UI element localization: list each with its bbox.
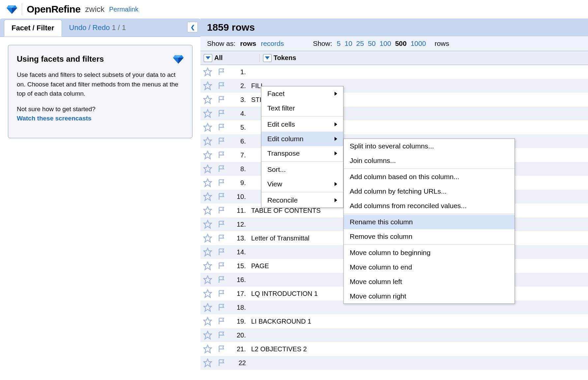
permalink-link[interactable]: Permalink — [109, 6, 138, 13]
flag-toggle[interactable] — [215, 109, 229, 118]
star-toggle[interactable] — [200, 344, 215, 354]
flag-toggle[interactable] — [215, 303, 229, 312]
show-label: Show: — [313, 40, 332, 48]
flag-toggle[interactable] — [215, 178, 229, 187]
edit-column-submenu: Split into several columns...Join column… — [343, 139, 515, 304]
star-toggle[interactable] — [200, 164, 215, 174]
star-toggle[interactable] — [200, 81, 215, 90]
star-toggle[interactable] — [200, 358, 215, 367]
svg-marker-23 — [204, 220, 211, 228]
divider — [22, 3, 22, 15]
chevron-right-icon — [335, 182, 337, 186]
page-size-50[interactable]: 50 — [368, 40, 375, 47]
star-toggle[interactable] — [200, 109, 215, 118]
flag-toggle[interactable] — [215, 164, 229, 174]
flag-toggle[interactable] — [215, 137, 229, 146]
menu-item[interactable]: Move column to end — [344, 260, 514, 274]
chevron-left-icon: ❮ — [191, 24, 195, 30]
menu-separator — [261, 161, 343, 162]
menu-item[interactable]: Text filter — [261, 101, 343, 115]
menu-item[interactable]: Add columns from reconciled values... — [344, 199, 514, 213]
menu-item[interactable]: Reconcile — [261, 193, 343, 207]
table-row: 22 — [200, 356, 588, 370]
menu-item[interactable]: View — [261, 177, 343, 191]
column-all-menu-button[interactable] — [204, 54, 212, 62]
star-toggle[interactable] — [200, 95, 215, 104]
menu-item[interactable]: Sort... — [261, 162, 343, 177]
page-size-500[interactable]: 500 — [395, 40, 407, 47]
star-toggle[interactable] — [200, 178, 215, 187]
star-toggle[interactable] — [200, 67, 215, 77]
star-toggle[interactable] — [200, 289, 215, 298]
flag-toggle[interactable] — [215, 275, 229, 284]
menu-item[interactable]: Transpose — [261, 146, 343, 161]
svg-marker-31 — [204, 331, 211, 339]
star-toggle[interactable] — [200, 123, 215, 132]
page-size-5[interactable]: 5 — [337, 40, 341, 47]
watch-screencasts-link[interactable]: Watch these screencasts — [17, 115, 91, 122]
star-toggle[interactable] — [200, 275, 215, 284]
flag-toggle[interactable] — [215, 123, 229, 132]
flag-toggle[interactable] — [215, 81, 229, 90]
star-toggle[interactable] — [200, 331, 215, 340]
flag-toggle[interactable] — [215, 95, 229, 104]
tab-facet-filter[interactable]: Facet / Filter — [4, 19, 62, 37]
row-number: 9. — [229, 179, 248, 187]
app-name: OpenRefine — [27, 4, 80, 15]
mode-records[interactable]: records — [261, 40, 284, 48]
menu-item[interactable]: Facet — [261, 86, 343, 101]
flag-toggle[interactable] — [215, 289, 229, 298]
flag-toggle[interactable] — [215, 344, 229, 354]
menu-item-label: Facet — [267, 90, 285, 98]
tokens-cell: LI BACKGROUND 1 — [248, 318, 588, 325]
flag-toggle[interactable] — [215, 220, 229, 229]
flag-toggle[interactable] — [215, 261, 229, 270]
star-toggle[interactable] — [200, 317, 215, 326]
project-name: zwick — [85, 5, 104, 14]
star-toggle[interactable] — [200, 192, 215, 201]
page-size-25[interactable]: 25 — [356, 40, 364, 47]
svg-marker-11 — [178, 58, 184, 64]
page-size-1000[interactable]: 1000 — [411, 40, 426, 47]
page-size-10[interactable]: 10 — [345, 40, 352, 47]
tab-undo-redo[interactable]: Undo / Redo 1 / 1 — [62, 19, 133, 36]
mode-rows[interactable]: rows — [240, 40, 256, 48]
flag-toggle[interactable] — [215, 67, 229, 77]
star-toggle[interactable] — [200, 247, 215, 257]
menu-item[interactable]: Join columns... — [344, 153, 514, 168]
star-toggle[interactable] — [200, 137, 215, 146]
flag-toggle[interactable] — [215, 331, 229, 340]
star-toggle[interactable] — [200, 234, 215, 243]
menu-item[interactable]: Edit cells — [261, 117, 343, 132]
star-toggle[interactable] — [200, 206, 215, 215]
rows-word: rows — [434, 40, 449, 48]
flag-toggle[interactable] — [215, 206, 229, 215]
menu-item[interactable]: Add column by fetching URLs... — [344, 184, 514, 199]
flag-toggle[interactable] — [215, 192, 229, 201]
svg-marker-33 — [204, 359, 211, 366]
flag-toggle[interactable] — [215, 358, 229, 367]
svg-marker-15 — [204, 110, 211, 117]
menu-item[interactable]: Move column left — [344, 274, 514, 289]
menu-item[interactable]: Split into several columns... — [344, 139, 514, 153]
star-toggle[interactable] — [200, 220, 215, 229]
menu-item[interactable]: Move column right — [344, 289, 514, 303]
star-toggle[interactable] — [200, 303, 215, 312]
menu-item[interactable]: Add column based on this column... — [344, 170, 514, 184]
collapse-left-panel-button[interactable]: ❮ — [187, 22, 198, 32]
column-tokens-menu-button[interactable] — [263, 54, 272, 62]
menu-item[interactable]: Remove this column — [344, 229, 514, 244]
flag-toggle[interactable] — [215, 247, 229, 257]
flag-toggle[interactable] — [215, 317, 229, 326]
flag-toggle[interactable] — [215, 150, 229, 160]
row-number: 18. — [229, 304, 248, 311]
svg-marker-20 — [204, 179, 211, 186]
star-toggle[interactable] — [200, 261, 215, 270]
menu-item[interactable]: Move column to beginning — [344, 245, 514, 260]
flag-toggle[interactable] — [215, 234, 229, 243]
star-toggle[interactable] — [200, 150, 215, 160]
menu-item[interactable]: Rename this column — [344, 215, 514, 229]
page-size-100[interactable]: 100 — [380, 40, 391, 47]
menu-item[interactable]: Edit column — [261, 132, 343, 146]
row-number: 17. — [229, 290, 248, 298]
